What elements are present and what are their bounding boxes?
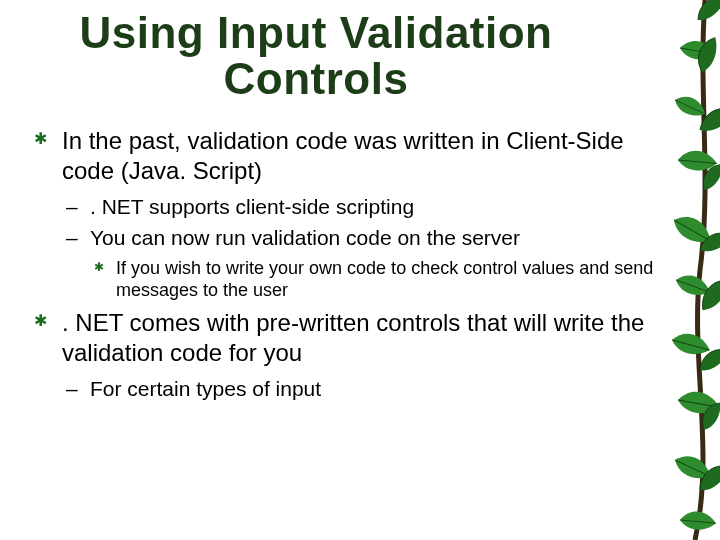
bullet-list: In the past, validation code was written… (32, 126, 680, 402)
subsublist: If you wish to write your own code to ch… (90, 257, 680, 302)
bullet-text: For certain types of input (90, 377, 321, 400)
bullet-2: . NET comes with pre-written controls th… (32, 308, 680, 402)
slide-title: Using Input Validation Controls (32, 10, 600, 102)
bullet-text: . NET supports client-side scripting (90, 195, 414, 218)
slide: Using Input Validation Controls In the p… (0, 0, 720, 540)
bullet-text: In the past, validation code was written… (62, 127, 624, 184)
sublist: For certain types of input (62, 376, 680, 402)
bullet-text: You can now run validation code on the s… (90, 226, 520, 249)
bullet-text: . NET comes with pre-written controls th… (62, 309, 644, 366)
sub-bullet: . NET supports client-side scripting (62, 194, 680, 220)
bullet-text: If you wish to write your own code to ch… (116, 258, 653, 301)
slide-body: In the past, validation code was written… (32, 126, 680, 402)
sub-bullet: For certain types of input (62, 376, 680, 402)
sublist: . NET supports client-side scripting You… (62, 194, 680, 302)
subsub-bullet: If you wish to write your own code to ch… (90, 257, 680, 302)
bullet-1: In the past, validation code was written… (32, 126, 680, 302)
sub-bullet: You can now run validation code on the s… (62, 225, 680, 302)
